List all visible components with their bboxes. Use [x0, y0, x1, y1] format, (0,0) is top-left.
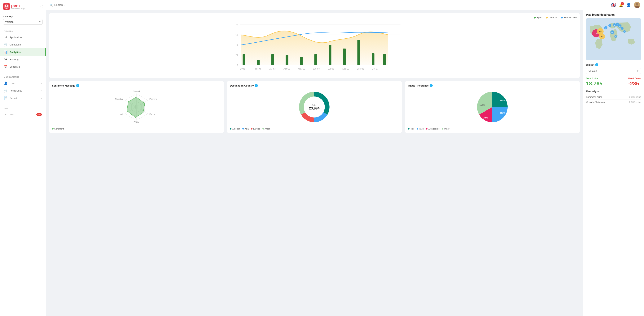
widget-label: Widget i	[586, 63, 641, 66]
svg-text:12: 12	[619, 25, 621, 27]
search-bar[interactable]: 🔍	[50, 3, 92, 6]
sidebar-item-mail[interactable]: ✉ Mail +32	[0, 111, 46, 118]
female-label: Female 79%	[564, 16, 577, 19]
application-icon: 🖥	[4, 35, 8, 39]
sport-dot	[534, 17, 536, 18]
bottom-row: Sentiment Message i	[49, 81, 580, 133]
tree-legend: Tree	[408, 128, 414, 130]
content-area: Sport Outdoor Female 79%	[46, 10, 644, 316]
asia-dot	[242, 128, 244, 130]
report-icon: 📄	[4, 96, 8, 100]
mail-badge: +32	[36, 113, 42, 116]
female-dot	[561, 17, 563, 18]
profile-icon[interactable]: 👤	[626, 3, 631, 7]
chart-legend: Sport Outdoor Female 79%	[52, 16, 577, 19]
svg-rect-17	[243, 54, 246, 65]
company-dropdown[interactable]: Veralab ▾	[3, 19, 43, 25]
svg-text:Positive: Positive	[150, 98, 157, 100]
widget-dropdown[interactable]: Veralab ▾	[586, 68, 641, 74]
svg-text:8: 8	[614, 24, 615, 26]
campaign-icon: 🛒	[4, 43, 8, 46]
europe-legend: Europe	[251, 128, 260, 130]
sentiment-info-icon[interactable]: i	[76, 84, 79, 87]
logo-area: pem The Postcard People ⟨⟨	[0, 3, 46, 13]
sentiment-dot	[52, 128, 54, 130]
svg-text:Aug '03: Aug '03	[342, 68, 349, 70]
sidebar-item-pemcredits[interactable]: 🛒 Pemcredits ›	[0, 87, 46, 94]
map-title: Map brand destination	[586, 13, 641, 16]
sentiment-legend: Sentiment	[52, 128, 221, 130]
america-dot	[230, 128, 232, 130]
svg-text:Apr '03: Apr '03	[284, 68, 290, 70]
africa-legend: Africa	[262, 128, 270, 130]
management-label: MANAGEMENT	[0, 75, 46, 79]
app-label: APP	[0, 106, 46, 111]
coins-section: Total Coins 18,765 Used Coins -235	[586, 77, 641, 87]
sidebar-item-user[interactable]: 👤 User ›	[0, 79, 46, 87]
logo-subtitle: The Postcard People	[11, 8, 26, 9]
search-icon: 🔍	[50, 4, 53, 6]
svg-point-3	[6, 5, 7, 6]
svg-text:18.5%: 18.5%	[482, 117, 488, 119]
svg-rect-23	[329, 45, 332, 65]
outdoor-dot	[546, 17, 548, 18]
logo-icon	[3, 3, 10, 10]
used-coins-block: Used Coins -235	[628, 77, 641, 87]
europe-dot	[251, 128, 252, 130]
svg-text:Feb '03: Feb '03	[254, 68, 261, 70]
sidebar-item-banking[interactable]: 🏛 Banking	[0, 56, 46, 63]
campaign-name: Veralab Christmas	[586, 101, 605, 104]
other-legend: Other	[442, 128, 450, 130]
sidebar-item-report[interactable]: 📄 Report ›	[0, 94, 46, 102]
image-info-icon[interactable]: i	[430, 84, 433, 87]
destination-legend: America Asia Europe Africa	[230, 128, 398, 130]
image-legend: Tree Face Architecture Other	[408, 128, 577, 130]
america-legend: America	[230, 128, 240, 130]
sidebar-item-application[interactable]: 🖥 Application	[0, 34, 46, 41]
svg-text:Jul '03: Jul '03	[328, 68, 334, 70]
svg-text:0: 0	[236, 64, 238, 66]
search-input[interactable]	[54, 3, 92, 6]
widget-info-icon[interactable]: i	[595, 63, 598, 66]
avatar[interactable]	[634, 2, 640, 8]
svg-rect-19	[272, 54, 274, 65]
schedule-icon: 📅	[4, 65, 8, 69]
sidebar-item-label: Banking	[10, 58, 18, 61]
topbar-right: 🇬🇧 🔔 2 👤	[611, 2, 640, 8]
svg-text:Sep '03: Sep '03	[357, 68, 364, 70]
destination-info-icon[interactable]: i	[255, 84, 258, 87]
used-coins-label: Used Coins	[628, 77, 641, 80]
svg-text:80: 80	[236, 23, 238, 26]
destination-title: Destination Country i	[230, 84, 398, 87]
sidebar-item-schedule[interactable]: 📅 Schedule	[0, 63, 46, 70]
svg-text:23,994: 23,994	[309, 106, 320, 110]
campaign-row: Veralab Christmas 2,000 coins	[586, 100, 641, 105]
main-chart-container: Sport Outdoor Female 79%	[49, 13, 580, 78]
banking-icon: 🏛	[4, 58, 8, 61]
language-flag[interactable]: 🇬🇧	[611, 3, 616, 7]
destination-card: Destination Country i	[227, 81, 402, 133]
company-label: Company	[3, 15, 43, 17]
svg-text:2.6k: 2.6k	[594, 32, 598, 34]
sidebar-item-analytics[interactable]: 📊 Analytics	[0, 48, 46, 56]
svg-text:Total: Total	[312, 104, 316, 106]
sport-label: Sport	[537, 16, 542, 19]
sidebar-item-label: Campaign	[10, 43, 21, 46]
chevron-right-icon: ›	[41, 90, 42, 92]
campaign-name: Summer Edition	[586, 96, 602, 98]
svg-text:Funny: Funny	[150, 113, 155, 115]
svg-text:2: 2	[610, 25, 610, 26]
chevron-down-icon: ▾	[39, 20, 40, 23]
svg-point-5	[636, 3, 638, 5]
svg-text:20: 20	[236, 54, 238, 56]
svg-text:28.4%: 28.4%	[500, 99, 505, 102]
svg-text:Angry: Angry	[134, 121, 139, 123]
sidebar-item-campaign[interactable]: 🛒 Campaign	[0, 41, 46, 48]
notifications-button[interactable]: 🔔 2	[619, 3, 623, 7]
collapse-button[interactable]: ⟨⟨	[40, 5, 43, 8]
africa-dot	[262, 128, 264, 130]
svg-text:151: 151	[599, 31, 602, 33]
face-dot	[417, 128, 418, 130]
svg-rect-20	[286, 55, 288, 65]
chevron-right-icon: ›	[41, 82, 42, 84]
